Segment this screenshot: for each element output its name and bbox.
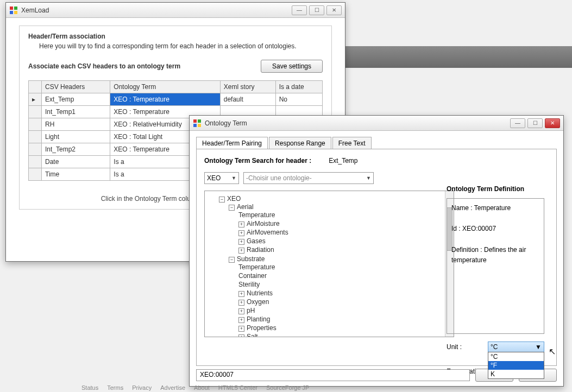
expand-icon[interactable]: +: [238, 334, 244, 337]
svg-rect-0: [10, 7, 13, 10]
collapse-icon[interactable]: −: [219, 197, 225, 203]
tree-item[interactable]: +Radiation: [238, 245, 449, 254]
section-title: Header/Term association: [28, 33, 323, 40]
svg-rect-4: [193, 119, 197, 123]
tree-item[interactable]: +AirMovements: [238, 228, 449, 237]
tree-item[interactable]: +AirMoisture: [238, 219, 449, 228]
tree-item[interactable]: +Salt: [238, 332, 449, 337]
tree-item[interactable]: +pH: [238, 306, 449, 315]
expand-icon[interactable]: +: [238, 308, 244, 314]
definition-header: Ontology Term Definition: [447, 185, 544, 193]
expand-icon[interactable]: +: [238, 239, 244, 245]
page-footer-links: Status Terms Privacy Advertise About HTM…: [81, 384, 556, 391]
maximize-button[interactable]: ☐: [527, 118, 543, 128]
tree-item[interactable]: +Nutrients: [238, 289, 449, 298]
search-label: Ontology Term Search for header :: [204, 157, 311, 165]
ontology-select[interactable]: -Choisir une ontologie-▼: [243, 172, 374, 184]
xemload-titlebar[interactable]: XemLoad — ☐ ✕: [6, 3, 345, 18]
svg-rect-7: [198, 124, 201, 127]
unit-select[interactable]: °C ▼: [488, 342, 544, 352]
unit-label: Unit :: [447, 343, 485, 351]
chevron-down-icon: ▼: [231, 175, 236, 181]
expand-icon[interactable]: +: [238, 317, 244, 323]
expand-icon[interactable]: +: [238, 222, 244, 227]
chevron-down-icon: ▼: [535, 343, 542, 351]
unit-dropdown[interactable]: °C °F K: [488, 352, 544, 379]
expand-icon[interactable]: +: [238, 248, 244, 254]
svg-rect-5: [198, 119, 201, 123]
expand-icon[interactable]: +: [238, 230, 244, 236]
table-row[interactable]: ▸ Ext_Temp XEO : Temperature default No: [29, 93, 323, 106]
def-name: Name : Temperature: [451, 203, 539, 213]
chevron-down-icon: ▼: [366, 175, 371, 181]
search-header-value: Ext_Temp: [329, 157, 357, 165]
tree-item[interactable]: Temperature: [238, 263, 449, 271]
background-toolbar: [345, 46, 572, 68]
collapse-icon[interactable]: −: [229, 257, 235, 263]
tree-item[interactable]: +Gases: [238, 237, 449, 245]
close-button[interactable]: ✕: [545, 118, 560, 128]
ontology-term-window: Ontology Term — ☐ ✕ Header/Term Pairing …: [189, 115, 564, 387]
svg-rect-6: [193, 124, 197, 127]
ontology-titlebar[interactable]: Ontology Term — ☐ ✕: [190, 116, 563, 131]
collapse-icon[interactable]: −: [229, 205, 235, 211]
selected-term-cell[interactable]: XEO : Temperature: [110, 93, 220, 106]
row-header-blank: [29, 81, 42, 93]
def-text: Definition : Defines the air temperature: [451, 245, 539, 265]
window-title: XemLoad: [21, 7, 292, 14]
save-settings-button[interactable]: Save settings: [261, 60, 323, 73]
maximize-button[interactable]: ☐: [309, 5, 324, 15]
app-icon: [9, 6, 18, 15]
definition-box: Name : Temperature Id : XEO:00007 Defini…: [447, 198, 544, 334]
tree-item[interactable]: +Planting: [238, 315, 449, 324]
row-marker: ▸: [29, 93, 42, 106]
expand-icon[interactable]: +: [238, 326, 244, 332]
minimize-button[interactable]: —: [510, 118, 525, 128]
window-title: Ontology Term: [205, 119, 510, 127]
section-subtitle: Here you will try to find a correspondin…: [39, 42, 323, 50]
col-csv[interactable]: CSV Headers: [42, 81, 110, 93]
expand-icon[interactable]: +: [238, 291, 244, 297]
minimize-button[interactable]: —: [292, 5, 307, 15]
definition-panel: Ontology Term Definition Name : Temperat…: [447, 185, 544, 380]
unit-option[interactable]: K: [488, 370, 544, 378]
col-xeml[interactable]: Xeml story: [220, 81, 275, 93]
expand-icon[interactable]: +: [238, 300, 244, 306]
tab-header-term-pairing[interactable]: Header/Term Pairing: [196, 137, 268, 149]
tree-item[interactable]: +Oxygen: [238, 298, 449, 306]
svg-rect-3: [14, 11, 17, 14]
svg-rect-1: [14, 7, 17, 10]
tab-panel: Ontology Term Search for header : Ext_Te…: [196, 149, 557, 366]
tree-item[interactable]: Temperature: [238, 211, 449, 219]
ontology-prefix-select[interactable]: XEO▼: [204, 172, 239, 184]
svg-rect-2: [10, 11, 13, 14]
tree-item[interactable]: Sterility: [238, 280, 449, 289]
ontology-tree[interactable]: −XEO −Aerial Temperature +AirMoisture +A…: [204, 191, 454, 337]
unit-option[interactable]: °F: [488, 361, 544, 370]
close-button[interactable]: ✕: [326, 5, 342, 15]
def-id: Id : XEO:00007: [451, 224, 539, 234]
tabs: Header/Term Pairing Response Range Free …: [196, 136, 557, 149]
col-date[interactable]: Is a date: [275, 81, 322, 93]
tab-free-text[interactable]: Free Text: [332, 137, 372, 149]
app-icon: [193, 119, 202, 128]
unit-option[interactable]: °C: [488, 352, 544, 361]
tree-item[interactable]: +Properties: [238, 324, 449, 332]
col-term[interactable]: Ontology Term: [110, 81, 220, 93]
tree-item[interactable]: Container: [238, 271, 449, 280]
associate-label: Associate each CSV headers to an ontolog…: [28, 62, 180, 70]
tab-response-range[interactable]: Response Range: [269, 137, 331, 149]
term-id-field[interactable]: XEO:00007: [196, 369, 470, 381]
